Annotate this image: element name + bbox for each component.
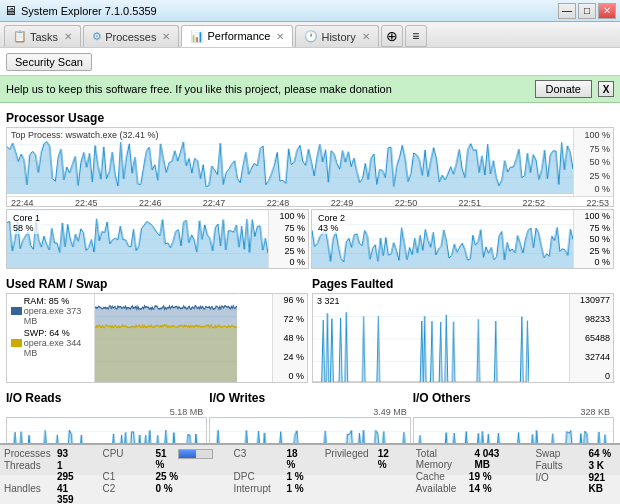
available-value: 14 % — [469, 483, 492, 494]
privileged-status: Privileged 12 % — [325, 448, 395, 470]
ram-legend: RAM: 85 % opera.exe 373 MB SWP: 64 % ope… — [7, 294, 95, 382]
history-tab-close[interactable]: ✕ — [362, 31, 370, 42]
core2-label-text: Core 2 — [318, 213, 345, 223]
tab-performance[interactable]: 📊 Performance ✕ — [181, 25, 293, 47]
status-col-3: C3 18 % DPC 1 % Interrupt 1 % — [233, 448, 303, 494]
c1-status: C1 25 % — [102, 471, 212, 482]
cpu-chart-area: Top Process: wswatch.exe (32.41 %) — [7, 128, 573, 196]
cpu-progress-bar — [178, 449, 213, 459]
c1-label: C1 — [102, 471, 152, 482]
dpc-status: DPC 1 % — [233, 471, 303, 482]
time-2252: 22:52 — [523, 198, 546, 208]
ram-chart-container: RAM: 85 % opera.exe 373 MB SWP: 64 % ope… — [6, 293, 308, 383]
processes-status: Processes 93 — [4, 448, 82, 459]
donate-button[interactable]: Donate — [535, 80, 592, 98]
tab-bar: 📋 Tasks ✕ ⚙ Processes ✕ 📊 Performance ✕ … — [0, 22, 620, 48]
donation-close-button[interactable]: X — [598, 81, 614, 97]
pages-section: Pages Faulted 3 321 130977 98233 65488 3… — [312, 273, 614, 383]
time-2244: 22:44 — [11, 198, 34, 208]
faults-value: 3 K — [588, 460, 604, 471]
io-writes-chart — [209, 417, 410, 443]
total-memory-status: Total Memory 4 043 MB — [416, 448, 515, 470]
time-2249: 22:49 — [331, 198, 354, 208]
handles-label: Handles — [4, 483, 54, 504]
ram-legend-text: RAM: 85 % opera.exe 373 MB — [24, 296, 90, 326]
cpu-y-50: 50 % — [589, 157, 610, 167]
ram-color-swatch — [11, 307, 22, 315]
processor-section: Processor Usage Top Process: wswatch.exe… — [6, 111, 614, 269]
pages-chart-area — [313, 294, 569, 382]
toolbar: Security Scan — [0, 48, 620, 76]
security-scan-button[interactable]: Security Scan — [6, 53, 92, 71]
interrupt-label: Interrupt — [233, 483, 283, 494]
privileged-value: 12 % — [378, 448, 395, 470]
close-button[interactable]: ✕ — [598, 3, 616, 19]
status-col-2: CPU 51 % C1 25 % C2 0 % — [102, 448, 212, 494]
total-memory-value: 4 043 MB — [474, 448, 514, 470]
dpc-value: 1 % — [286, 471, 303, 482]
tab-history[interactable]: 🕐 History ✕ — [295, 25, 378, 47]
io-others-title: I/O Others — [413, 391, 614, 405]
available-label: Available — [416, 483, 466, 494]
core1-label: Core 1 58 % — [11, 212, 42, 234]
cpu-progress-fill — [179, 450, 196, 458]
io-writes-value: 3.49 MB — [209, 407, 410, 417]
tab-menu-button[interactable]: ≡ — [405, 25, 427, 47]
c2-value: 0 % — [155, 483, 172, 494]
io-reads-chart — [6, 417, 207, 443]
status-col-6: Swap 64 % Faults 3 K I/O 921 KB — [535, 448, 616, 494]
c3-status: C3 18 % — [233, 448, 303, 470]
core2-y-labels: 100 % 75 % 50 % 25 % 0 % — [573, 210, 613, 268]
ram-section: Used RAM / Swap RAM: 85 % opera.exe 373 … — [6, 273, 308, 383]
tab-processes[interactable]: ⚙ Processes ✕ — [83, 25, 179, 47]
io-reads-value: 5.18 MB — [6, 407, 207, 417]
cpu-y-75: 75 % — [589, 144, 610, 154]
c3-label: C3 — [233, 448, 283, 470]
io-others-value: 328 KB — [413, 407, 614, 417]
performance-tab-close[interactable]: ✕ — [276, 31, 284, 42]
processes-label: Processes — [4, 448, 54, 459]
time-2248: 22:48 — [267, 198, 290, 208]
threads-label: Threads — [4, 460, 54, 482]
cache-value: 19 % — [469, 471, 492, 482]
history-tab-icon: 🕐 — [304, 30, 318, 43]
faults-status: Faults 3 K — [535, 460, 616, 471]
tab-add-button[interactable]: ⊕ — [381, 25, 403, 47]
time-2246: 22:46 — [139, 198, 162, 208]
cpu-value: 51 % — [155, 448, 175, 470]
history-tab-label: History — [321, 31, 355, 43]
core1-label-text: Core 1 — [13, 213, 40, 223]
tab-tasks[interactable]: 📋 Tasks ✕ — [4, 25, 81, 47]
maximize-button[interactable]: □ — [578, 3, 596, 19]
tasks-tab-close[interactable]: ✕ — [64, 31, 72, 42]
interrupt-status: Interrupt 1 % — [233, 483, 303, 494]
status-col-4: Privileged 12 % — [325, 448, 395, 470]
status-col-5: Total Memory 4 043 MB Cache 19 % Availab… — [416, 448, 515, 494]
handles-status: Handles 41 359 — [4, 483, 82, 504]
core2-chart: Core 2 43 % 100 % 75 % 50 % 25 % 0 % — [311, 209, 614, 269]
c3-value: 18 % — [286, 448, 303, 470]
ram-title: Used RAM / Swap — [6, 277, 308, 291]
cpu-chart-container: Top Process: wswatch.exe (32.41 %) 100 %… — [6, 127, 614, 207]
swap-value: 64 % — [588, 448, 611, 459]
threads-value: 1 295 — [57, 460, 82, 482]
minimize-button[interactable]: — — [558, 3, 576, 19]
io-others: I/O Others 328 KB sken.exe — [413, 387, 614, 443]
faults-label: Faults — [535, 460, 585, 471]
io-others-chart — [413, 417, 614, 443]
time-2247: 22:47 — [203, 198, 226, 208]
cpu-y-25: 25 % — [589, 171, 610, 181]
processes-tab-close[interactable]: ✕ — [162, 31, 170, 42]
c2-status: C2 0 % — [102, 483, 212, 494]
core1-y-labels: 100 % 75 % 50 % 25 % 0 % — [268, 210, 308, 268]
swap-color-swatch — [11, 339, 22, 347]
cache-status: Cache 19 % — [416, 471, 515, 482]
swap-legend-text: SWP: 64 % opera.exe 344 MB — [24, 328, 90, 358]
cache-label: Cache — [416, 471, 466, 482]
processes-tab-label: Processes — [105, 31, 156, 43]
interrupt-value: 1 % — [286, 483, 303, 494]
dpc-label: DPC — [233, 471, 283, 482]
io-label: I/O — [535, 472, 585, 494]
cpu-top-process: Top Process: wswatch.exe (32.41 %) — [11, 130, 159, 140]
ram-y-labels: 96 % 72 % 48 % 24 % 0 % — [272, 294, 307, 382]
